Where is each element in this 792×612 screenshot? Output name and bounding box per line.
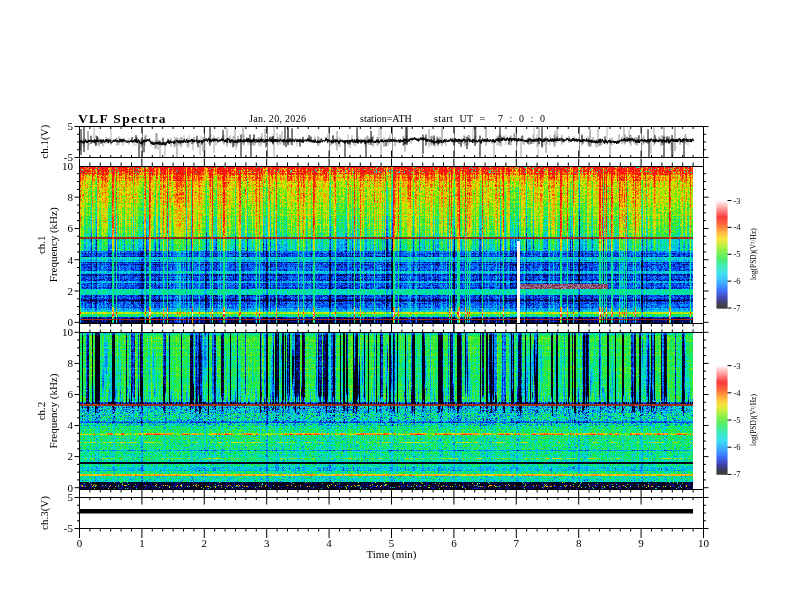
svg-text:2: 2: [68, 285, 74, 297]
svg-text:-6: -6: [734, 276, 741, 286]
svg-text:2: 2: [202, 537, 208, 549]
svg-text:-4: -4: [734, 388, 742, 398]
svg-text:4: 4: [68, 254, 74, 266]
svg-text:ch.2: ch.2: [35, 402, 47, 421]
svg-text:-3: -3: [734, 196, 741, 206]
svg-text:-6: -6: [734, 442, 741, 452]
svg-text:-4: -4: [734, 222, 742, 232]
svg-text:8: 8: [68, 191, 74, 203]
svg-text:ch.1: ch.1: [35, 235, 47, 254]
svg-text:VLF Spectra: VLF Spectra: [78, 111, 167, 126]
svg-text:1: 1: [139, 537, 145, 549]
svg-text:3: 3: [264, 537, 270, 549]
svg-text:5: 5: [68, 120, 74, 132]
svg-text:4: 4: [326, 537, 332, 549]
svg-text:station=ATH: station=ATH: [360, 113, 412, 124]
svg-text:Frequency (kHz): Frequency (kHz): [47, 373, 60, 448]
svg-text:2: 2: [68, 450, 74, 462]
svg-text:8: 8: [576, 537, 582, 549]
svg-text:log(PSD)(V²/Hz): log(PSD)(V²/Hz): [749, 228, 758, 280]
svg-text:log(PSD)(V²/Hz): log(PSD)(V²/Hz): [749, 394, 758, 446]
svg-text:8: 8: [68, 357, 74, 369]
svg-text:ch.3(V): ch.3(V): [38, 496, 51, 530]
svg-text:10: 10: [698, 537, 710, 549]
svg-text:4: 4: [68, 419, 74, 431]
svg-text:-5: -5: [734, 415, 741, 425]
svg-text:7: 7: [514, 537, 520, 549]
svg-text:-5: -5: [734, 249, 741, 259]
svg-text:10: 10: [62, 326, 74, 338]
svg-text:5: 5: [68, 491, 74, 503]
svg-text:6: 6: [68, 388, 74, 400]
svg-text:6: 6: [68, 222, 74, 234]
svg-text:-3: -3: [734, 361, 741, 371]
svg-text:start UT = 7 : 0 : 0: start UT = 7 : 0 : 0: [434, 113, 545, 124]
svg-text:6: 6: [451, 537, 457, 549]
svg-text:Jan. 20, 2026: Jan. 20, 2026: [249, 113, 306, 124]
svg-text:-7: -7: [734, 303, 741, 313]
svg-text:ch.1(V): ch.1(V): [38, 125, 51, 159]
svg-text:Time (min): Time (min): [366, 548, 416, 561]
svg-text:Frequency (kHz): Frequency (kHz): [47, 207, 60, 282]
svg-text:10: 10: [62, 160, 74, 172]
svg-text:9: 9: [638, 537, 644, 549]
svg-text:0: 0: [77, 537, 83, 549]
svg-text:-7: -7: [734, 469, 741, 479]
svg-text:-5: -5: [64, 522, 74, 534]
